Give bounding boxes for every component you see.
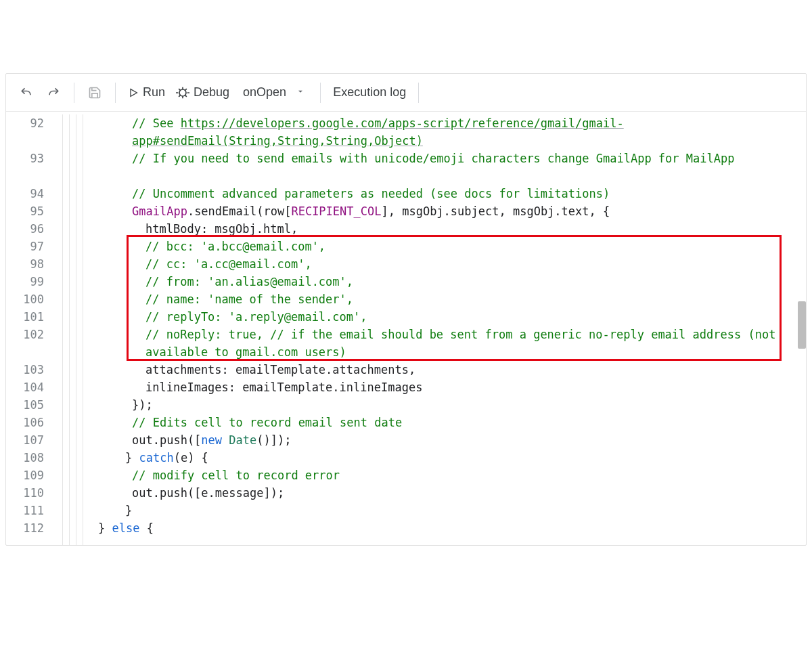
code-line[interactable]: // See https://developers.google.com/app… [53, 114, 799, 150]
save-button[interactable] [81, 79, 108, 106]
code-content[interactable]: // See https://developers.google.com/app… [53, 114, 806, 545]
code-line[interactable]: } else { [53, 519, 799, 537]
code-line[interactable]: // noReply: true, // if the email should… [53, 326, 799, 361]
code-line[interactable]: // bcc: 'a.bcc@email.com', [53, 238, 799, 255]
line-number: 95 [6, 202, 44, 220]
line-number: 102 [6, 326, 44, 361]
code-line[interactable]: // from: 'an.alias@email.com', [53, 273, 799, 290]
line-number: 108 [6, 449, 44, 467]
line-number: 109 [6, 467, 44, 484]
code-editor[interactable]: 92 93 94 95 96 97 98 99 100 101 102 103 … [6, 112, 806, 545]
line-number: 99 [6, 273, 44, 290]
line-number: 112 [6, 519, 44, 537]
debug-button[interactable]: Debug [171, 79, 235, 106]
run-label: Run [143, 85, 165, 100]
undo-button[interactable] [13, 79, 40, 106]
code-line[interactable]: out.push([e.message]); [53, 484, 799, 502]
editor-toolbar: Run Debug onOpen Execution log [6, 74, 806, 112]
redo-button[interactable] [40, 79, 67, 106]
run-button[interactable]: Run [122, 79, 171, 106]
code-line[interactable]: htmlBody: msgObj.html, [53, 220, 799, 238]
line-number: 93 [6, 150, 44, 185]
debug-label: Debug [194, 85, 229, 100]
line-number: 104 [6, 378, 44, 396]
code-line[interactable]: // replyTo: 'a.reply@email.com', [53, 308, 799, 326]
function-selector[interactable]: onOpen [235, 79, 313, 106]
code-line[interactable]: // modify cell to record error [53, 467, 799, 484]
line-number: 98 [6, 255, 44, 273]
function-name: onOpen [243, 85, 286, 100]
editor-window: Run Debug onOpen Execution log 92 93 94 [5, 73, 807, 546]
play-icon [128, 87, 139, 98]
line-number: 101 [6, 308, 44, 326]
line-number-gutter: 92 93 94 95 96 97 98 99 100 101 102 103 … [6, 114, 53, 545]
vertical-scrollbar[interactable] [796, 112, 806, 545]
toolbar-separator [74, 83, 74, 103]
toolbar-separator [115, 83, 116, 103]
redo-icon [47, 86, 60, 100]
code-line[interactable]: out.push([new Date()]); [53, 431, 799, 449]
execution-log-label: Execution log [333, 85, 406, 100]
code-line[interactable]: // cc: 'a.cc@email.com', [53, 255, 799, 273]
line-number: 92 [6, 114, 44, 150]
code-line[interactable]: // Edits cell to record email sent date [53, 414, 799, 431]
line-number: 100 [6, 290, 44, 308]
code-line[interactable]: // If you need to send emails with unico… [53, 150, 799, 185]
line-number: 107 [6, 431, 44, 449]
line-number: 103 [6, 361, 44, 378]
line-number: 96 [6, 220, 44, 238]
code-line[interactable]: } catch(e) { [53, 449, 799, 467]
line-number: 94 [6, 185, 44, 202]
debug-icon [176, 86, 189, 100]
toolbar-separator [320, 83, 321, 103]
undo-icon [20, 86, 33, 100]
code-line[interactable]: attachments: emailTemplate.attachments, [53, 361, 799, 378]
execution-log-button[interactable]: Execution log [328, 79, 411, 106]
line-number: 105 [6, 396, 44, 414]
toolbar-separator [418, 83, 419, 103]
line-number: 111 [6, 502, 44, 519]
line-number: 106 [6, 414, 44, 431]
scrollbar-thumb[interactable] [798, 301, 806, 349]
code-line[interactable]: }); [53, 396, 799, 414]
code-line[interactable]: inlineImages: emailTemplate.inlineImages [53, 378, 799, 396]
code-line[interactable]: } [53, 502, 799, 519]
line-number: 110 [6, 484, 44, 502]
save-icon [88, 86, 102, 100]
code-line[interactable]: // Uncomment advanced parameters as need… [53, 185, 799, 202]
svg-marker-0 [131, 89, 137, 96]
line-number: 97 [6, 238, 44, 255]
chevron-down-icon [296, 85, 305, 100]
code-line[interactable]: // name: 'name of the sender', [53, 290, 799, 308]
code-line[interactable]: GmailApp.sendEmail(row[RECIPIENT_COL], m… [53, 202, 799, 220]
